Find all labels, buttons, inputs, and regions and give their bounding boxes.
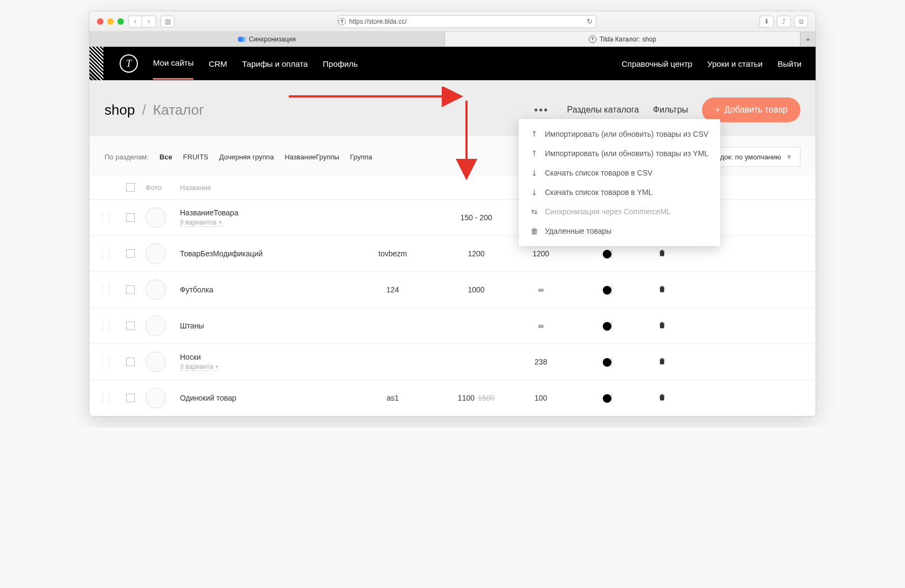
favicon-icon: T bbox=[589, 36, 596, 43]
product-title: НазваниеТовара bbox=[180, 208, 342, 217]
tabs-button[interactable]: ⧉ bbox=[794, 16, 808, 27]
address-bar[interactable]: T https://store.tilda.cc/ ↻ bbox=[338, 15, 596, 28]
col-photo: Фото bbox=[145, 184, 180, 192]
visibility-toggle[interactable] bbox=[573, 394, 638, 402]
trash-icon: 🗑 bbox=[531, 227, 538, 235]
product-title-cell[interactable]: Носки 3 варианта + bbox=[180, 353, 342, 371]
filter-pill[interactable]: Группа bbox=[350, 153, 372, 161]
visibility-toggle[interactable] bbox=[573, 358, 638, 366]
dropdown-item[interactable]: 🗑 Удаленные товары bbox=[519, 221, 720, 241]
nav-my-sites[interactable]: Мои сайты bbox=[153, 58, 193, 80]
visibility-toggle[interactable] bbox=[573, 321, 638, 330]
row-checkbox[interactable] bbox=[126, 358, 135, 366]
sections-link[interactable]: Разделы каталога bbox=[567, 105, 639, 115]
tab-label: Синхронизация bbox=[249, 36, 296, 43]
delete-button[interactable] bbox=[638, 357, 686, 367]
browser-tab-1[interactable]: Синхронизация bbox=[89, 32, 445, 46]
product-variants[interactable]: 3 варианта + bbox=[180, 363, 219, 371]
product-title: ТоварБезМодификаций bbox=[180, 249, 342, 258]
nav-tariffs[interactable]: Тарифы и оплата bbox=[242, 59, 308, 68]
product-title-cell[interactable]: НазваниеТовара 9 вариантов + bbox=[180, 208, 342, 227]
sidebar-button[interactable]: ▥ bbox=[161, 16, 175, 27]
product-title-cell[interactable]: Одинокий товар bbox=[180, 394, 342, 402]
select-all-checkbox[interactable] bbox=[126, 183, 135, 192]
dropdown-item[interactable]: ⤓ Скачать список товаров в YML bbox=[519, 183, 720, 202]
download-icon: ⤓ bbox=[531, 188, 538, 197]
filter-pill[interactable]: НазваниеГруппы bbox=[284, 153, 339, 161]
nav-crm[interactable]: CRM bbox=[208, 59, 227, 68]
row-checkbox[interactable] bbox=[126, 249, 135, 258]
dropdown-label: Скачать список товаров в CSV bbox=[545, 169, 652, 177]
new-tab-button[interactable]: + bbox=[800, 32, 816, 46]
dropdown-item[interactable]: ⇆ Синхронизация через CommerceML bbox=[519, 202, 720, 221]
table-row[interactable]: ⋮⋮⋮⋮ Одинокий товар as1 11001500 100 bbox=[89, 380, 816, 416]
product-qty: 1200 bbox=[509, 249, 573, 258]
product-title-cell[interactable]: Штаны bbox=[180, 321, 342, 330]
product-photo[interactable] bbox=[145, 279, 166, 300]
product-photo[interactable] bbox=[145, 243, 166, 264]
filter-pill-all[interactable]: Все bbox=[159, 153, 172, 161]
window-zoom[interactable] bbox=[117, 18, 124, 25]
dropdown-label: Удаленные товары bbox=[545, 227, 611, 235]
window-close[interactable] bbox=[97, 18, 103, 25]
row-checkbox[interactable] bbox=[126, 213, 135, 222]
table-row[interactable]: ⋮⋮⋮⋮ Футболка 124 1000 ∞ bbox=[89, 272, 816, 308]
product-photo[interactable] bbox=[145, 316, 166, 336]
share-button[interactable]: ⤴ bbox=[777, 16, 791, 27]
product-title-cell[interactable]: ТоварБезМодификаций bbox=[180, 249, 342, 258]
swap-icon: ⇆ bbox=[531, 207, 538, 216]
drag-handle-icon[interactable]: ⋮⋮⋮⋮ bbox=[100, 355, 126, 369]
dropdown-item[interactable]: ⤓ Скачать список товаров в CSV bbox=[519, 163, 720, 183]
breadcrumb-shop[interactable]: shop bbox=[105, 102, 135, 118]
drag-handle-icon[interactable]: ⋮⋮⋮⋮ bbox=[100, 283, 126, 297]
dropdown-item[interactable]: ⤒ Импортировать (или обновить) товары из… bbox=[519, 124, 720, 144]
filter-pill[interactable]: FRUITS bbox=[183, 153, 208, 161]
logo-icon[interactable]: T bbox=[120, 54, 138, 73]
product-price: 1200 bbox=[444, 249, 509, 258]
drag-handle-icon[interactable]: ⋮⋮⋮⋮ bbox=[100, 247, 126, 261]
visibility-toggle[interactable] bbox=[573, 249, 638, 258]
chevron-down-icon: ▼ bbox=[785, 153, 792, 161]
delete-button[interactable] bbox=[638, 249, 686, 259]
favicon-icon bbox=[238, 36, 246, 43]
delete-button[interactable] bbox=[638, 285, 686, 295]
breadcrumb-catalog: Каталог bbox=[153, 102, 204, 118]
drag-handle-icon[interactable]: ⋮⋮⋮⋮ bbox=[100, 391, 126, 405]
delete-button[interactable] bbox=[638, 321, 686, 331]
window-minimize[interactable] bbox=[107, 18, 114, 25]
product-sku: 124 bbox=[342, 285, 444, 294]
drag-handle-icon[interactable]: ⋮⋮⋮⋮ bbox=[100, 211, 126, 225]
reload-icon[interactable]: ↻ bbox=[587, 17, 596, 25]
filter-pill[interactable]: Дочерняя группа bbox=[219, 153, 274, 161]
visibility-toggle[interactable] bbox=[573, 285, 638, 294]
browser-tab-2[interactable]: TTilda Каталог: shop bbox=[445, 32, 800, 46]
product-title: Футболка bbox=[180, 285, 342, 294]
row-checkbox[interactable] bbox=[126, 321, 135, 330]
row-checkbox[interactable] bbox=[126, 285, 135, 294]
downloads-button[interactable]: ⬇ bbox=[760, 16, 774, 27]
nav-logout[interactable]: Выйти bbox=[778, 59, 802, 68]
drag-handle-icon[interactable]: ⋮⋮⋮⋮ bbox=[100, 319, 126, 333]
nav-help[interactable]: Справочный центр bbox=[622, 59, 692, 68]
delete-button[interactable] bbox=[638, 393, 686, 403]
forward-button[interactable]: › bbox=[142, 16, 156, 27]
product-title-cell[interactable]: Футболка bbox=[180, 285, 342, 294]
product-photo[interactable] bbox=[145, 352, 166, 372]
product-photo[interactable] bbox=[145, 207, 166, 228]
dropdown-label: Импортировать (или обновить) товары из Y… bbox=[545, 149, 708, 158]
table-row[interactable]: ⋮⋮⋮⋮ Носки 3 варианта + 238 bbox=[89, 344, 816, 380]
more-actions-dropdown: ⤒ Импортировать (или обновить) товары из… bbox=[519, 119, 720, 246]
dropdown-item[interactable]: ⤒ Импортировать (или обновить) товары из… bbox=[519, 144, 720, 163]
back-button[interactable]: ‹ bbox=[128, 16, 142, 27]
product-variants[interactable]: 9 вариантов + bbox=[180, 219, 222, 227]
site-info-icon: T bbox=[338, 18, 346, 25]
nav-lessons[interactable]: Уроки и статьи bbox=[707, 59, 762, 68]
row-checkbox[interactable] bbox=[126, 394, 135, 402]
product-qty: ∞ bbox=[509, 285, 573, 294]
filters-link[interactable]: Фильтры bbox=[653, 105, 688, 115]
breadcrumb: shop / Каталог ••• Разделы каталога Филь… bbox=[105, 97, 800, 122]
more-actions-button[interactable]: ••• bbox=[530, 102, 553, 118]
nav-profile[interactable]: Профиль bbox=[323, 59, 358, 68]
product-photo[interactable] bbox=[145, 388, 166, 408]
table-row[interactable]: ⋮⋮⋮⋮ Штаны ∞ bbox=[89, 308, 816, 344]
